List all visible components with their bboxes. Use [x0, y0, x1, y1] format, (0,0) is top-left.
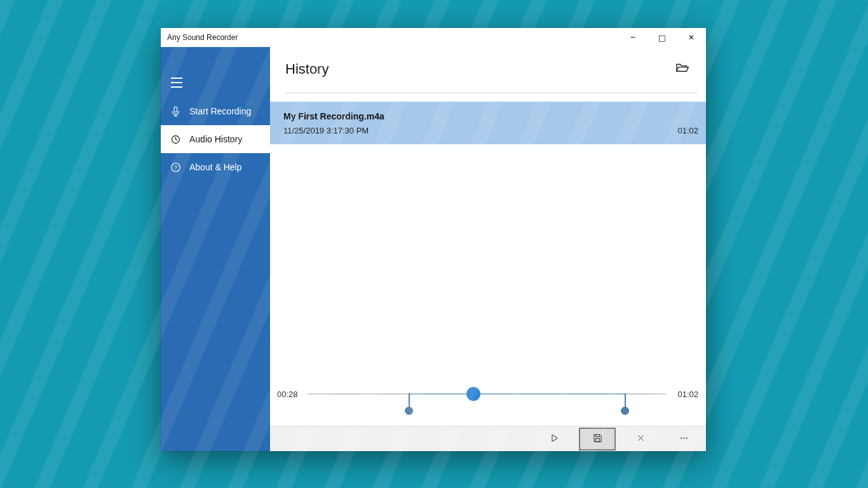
- delete-button[interactable]: [622, 427, 659, 451]
- sidebar-item-start-recording[interactable]: Start Recording: [161, 97, 270, 125]
- window-title: Any Sound Recorder: [161, 33, 618, 42]
- page-title: History: [285, 61, 329, 78]
- sidebar-item-label: About & Help: [189, 162, 242, 172]
- trim-end-handle[interactable]: [621, 407, 629, 415]
- svg-text:?: ?: [174, 164, 177, 170]
- more-options-icon: [677, 433, 691, 445]
- help-icon: ?: [169, 161, 182, 173]
- recording-name: My First Recording.m4a: [283, 111, 698, 121]
- more-button[interactable]: [665, 427, 702, 451]
- close-icon: ✕: [688, 33, 695, 42]
- main-panel: History My First Recording.m4a 11/25/201…: [270, 47, 706, 451]
- menu-icon: [171, 78, 182, 79]
- bottom-toolbar: [270, 426, 706, 451]
- folder-icon: [674, 61, 691, 78]
- save-button[interactable]: [579, 428, 616, 451]
- playhead-handle[interactable]: [466, 387, 480, 401]
- x-icon: [636, 433, 646, 445]
- app-window: Any Sound Recorder ─ □ ✕: [161, 28, 706, 451]
- play-icon: [549, 433, 560, 445]
- desktop-background: Any Sound Recorder ─ □ ✕: [0, 0, 868, 488]
- sidebar-item-label: Audio History: [189, 134, 242, 144]
- menu-button[interactable]: [168, 76, 186, 89]
- sidebar: Start Recording Audio History: [161, 47, 270, 451]
- minimize-icon: ─: [630, 33, 635, 42]
- sidebar-item-about-help[interactable]: ? About & Help: [161, 153, 270, 181]
- current-time-label: 00:28: [277, 390, 298, 399]
- maximize-icon: □: [658, 33, 666, 43]
- recording-list-item[interactable]: My First Recording.m4a 11/25/2019 3:17:3…: [270, 102, 706, 144]
- sidebar-item-label: Start Recording: [189, 106, 251, 116]
- window-controls: ─ □ ✕: [618, 28, 706, 47]
- minimize-button[interactable]: ─: [618, 28, 648, 47]
- seek-track[interactable]: [308, 393, 666, 395]
- recording-duration: 01:02: [677, 126, 698, 135]
- trim-start-handle[interactable]: [405, 407, 413, 415]
- save-icon: [592, 433, 603, 445]
- total-time-label: 01:02: [677, 390, 698, 399]
- recording-date: 11/25/2019 3:17:30 PM: [283, 126, 369, 135]
- open-folder-button[interactable]: [672, 61, 692, 78]
- header-divider: [285, 93, 697, 93]
- trim-range: [409, 393, 625, 395]
- microphone-icon: [169, 105, 182, 118]
- history-icon: [169, 133, 182, 146]
- close-button[interactable]: ✕: [677, 28, 706, 47]
- play-button[interactable]: [536, 427, 573, 451]
- maximize-button[interactable]: □: [648, 28, 677, 47]
- sidebar-item-audio-history[interactable]: Audio History: [161, 125, 270, 153]
- window-titlebar[interactable]: Any Sound Recorder ─ □ ✕: [161, 28, 706, 47]
